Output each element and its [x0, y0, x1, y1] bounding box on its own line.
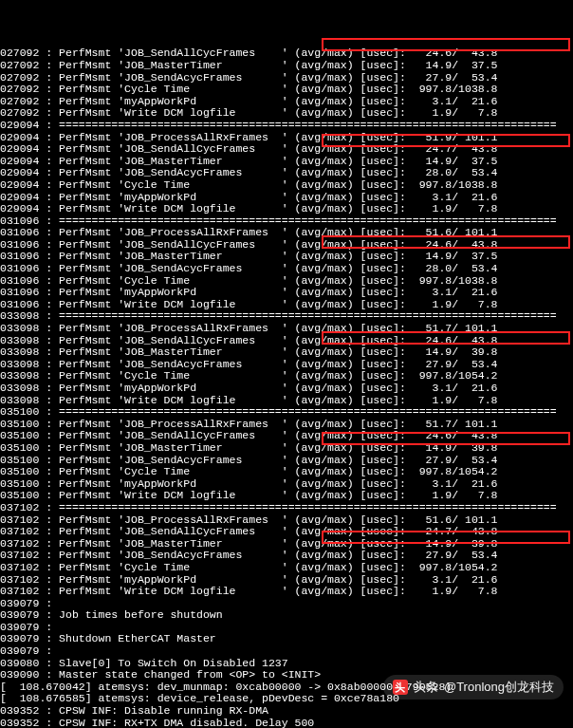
log-line: 039079 : Shutdown EtherCAT Master [0, 633, 573, 645]
separator-line: 029094 : ===============================… [0, 120, 573, 132]
perf-line: 029094 : PerfMsmt 'JOB_SendAllCycFrames … [0, 143, 573, 156]
perf-line: 035100 : PerfMsmt 'Cycle Time ' (avg/max… [0, 466, 573, 478]
watermark-handle: @Tronlong创龙科技 [444, 681, 554, 694]
toutiao-icon: 头 [393, 680, 408, 695]
separator-line: 035100 : ===============================… [0, 406, 573, 419]
log-line: 039352 : CPSW INF: Disable running RX-DM… [0, 705, 573, 718]
perf-line: 037102 : PerfMsmt 'JOB_SendAllCycFrames … [0, 526, 573, 538]
perf-line: 029094 : PerfMsmt 'Write DCM logfile ' (… [0, 203, 573, 215]
perf-line: 037102 : PerfMsmt 'Cycle Time ' (avg/max… [0, 562, 573, 574]
perf-line: 027092 : PerfMsmt 'Cycle Time ' (avg/max… [0, 84, 573, 96]
perf-line: 031096 : PerfMsmt 'myAppWorkPd ' (avg/ma… [0, 287, 573, 299]
watermark-badge: 头 头条 @Tronlong创龙科技 [383, 675, 564, 700]
perf-line: 033098 : PerfMsmt 'JOB_ProcessAllRxFrame… [0, 323, 573, 335]
terminal-output: 027092 : PerfMsmt 'JOB_SendAllCycFrames … [0, 47, 573, 728]
perf-line: 035100 : PerfMsmt 'JOB_MasterTimer ' (av… [0, 442, 573, 455]
perf-line: 031096 : PerfMsmt 'JOB_SendAcycFrames ' … [0, 263, 573, 275]
log-line: 039079 : [0, 645, 573, 658]
log-line: 039352 : CPSW INF: RX+TX DMA disabled. D… [0, 718, 573, 728]
log-line: 039079 : Job times before shutdown [0, 609, 573, 622]
perf-line: 031096 : PerfMsmt 'JOB_ProcessAllRxFrame… [0, 227, 573, 239]
perf-line: 033098 : PerfMsmt 'myAppWorkPd ' (avg/ma… [0, 383, 573, 395]
perf-line: 033098 : PerfMsmt 'JOB_MasterTimer ' (av… [0, 346, 573, 359]
perf-line: 037102 : PerfMsmt 'Write DCM logfile ' (… [0, 586, 573, 598]
perf-line: 027092 : PerfMsmt 'JOB_MasterTimer ' (av… [0, 60, 573, 72]
watermark-prefix: 头条 [414, 681, 438, 694]
perf-line: 029094 : PerfMsmt 'Cycle Time ' (avg/max… [0, 179, 573, 192]
separator-line: 037102 : ===============================… [0, 502, 573, 514]
